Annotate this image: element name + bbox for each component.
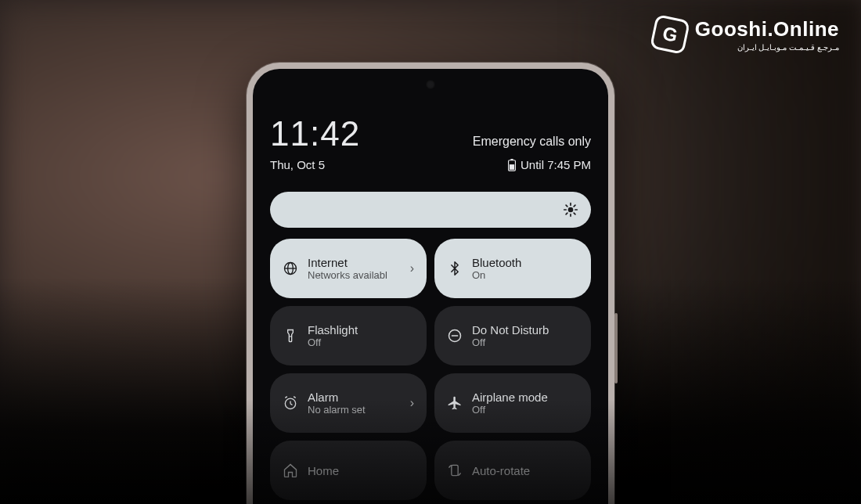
emergency-label: Emergency calls only <box>473 135 591 149</box>
tile-text: InternetNetworks availabl <box>308 256 401 281</box>
qs-tile-autorotate[interactable]: Auto-rotate <box>434 441 591 500</box>
brightness-icon <box>563 202 578 218</box>
qs-tile-dnd[interactable]: Do Not DisturbOff <box>434 306 591 365</box>
svg-line-11 <box>574 205 575 207</box>
watermark-icon-letter: G <box>661 22 679 46</box>
tile-text: BluetoothOn <box>472 256 578 281</box>
battery-estimate: Until 7:45 PM <box>507 158 591 171</box>
tile-text: Auto-rotate <box>472 464 578 477</box>
qs-tile-alarm[interactable]: AlarmNo alarm set› <box>270 373 427 433</box>
tile-subtitle: No alarm set <box>308 404 401 416</box>
tile-text: Airplane modeOff <box>472 391 578 416</box>
phone-frame: 11:42 Emergency calls only Thu, Oct 5 Un… <box>247 63 614 504</box>
chevron-right-icon: › <box>410 396 414 410</box>
watermark-text: Gooshi.Online مـرجـع قـیـمـت مـوبـایـل ا… <box>695 17 839 52</box>
tile-text: Home <box>308 464 414 477</box>
svg-rect-2 <box>510 164 514 170</box>
tile-title: Auto-rotate <box>472 464 578 477</box>
tile-text: Do Not DisturbOff <box>472 323 578 348</box>
bluetooth-icon <box>447 261 463 276</box>
svg-rect-23 <box>452 465 458 475</box>
svg-line-22 <box>294 397 296 398</box>
svg-rect-1 <box>510 159 513 160</box>
chevron-right-icon: › <box>410 261 414 275</box>
home-icon <box>283 463 298 478</box>
phone-screen: 11:42 Emergency calls only Thu, Oct 5 Un… <box>253 69 608 504</box>
tile-subtitle: On <box>472 269 578 281</box>
qs-tile-internet[interactable]: InternetNetworks availabl› <box>270 239 427 298</box>
watermark-subtitle: مـرجـع قـیـمـت مـوبـایـل ایـران <box>737 43 839 52</box>
alarm-icon <box>283 395 298 411</box>
airplane-icon <box>447 395 463 411</box>
svg-line-21 <box>285 397 287 398</box>
svg-line-10 <box>566 213 567 214</box>
qs-tile-home[interactable]: Home <box>270 441 427 500</box>
clock-time: 11:42 <box>270 114 360 153</box>
date-label: Thu, Oct 5 <box>270 158 325 171</box>
tile-title: Internet <box>308 256 401 269</box>
tile-text: FlashlightOff <box>308 323 414 348</box>
svg-point-3 <box>568 207 574 213</box>
tile-title: Alarm <box>308 391 401 404</box>
watermark-title: Gooshi.Online <box>695 17 839 41</box>
qs-tile-bluetooth[interactable]: BluetoothOn <box>434 239 591 298</box>
dnd-icon <box>447 328 463 344</box>
tile-title: Flashlight <box>308 323 414 337</box>
status-row-2: Thu, Oct 5 Until 7:45 PM <box>270 158 591 171</box>
svg-line-20 <box>290 404 293 405</box>
tile-title: Home <box>308 464 414 477</box>
globe-icon <box>283 261 298 276</box>
watermark-logo: G Gooshi.Online مـرجـع قـیـمـت مـوبـایـل… <box>653 17 839 52</box>
tile-subtitle: Networks availabl <box>308 269 401 281</box>
quick-settings-grid: InternetNetworks availabl›BluetoothOnFla… <box>270 239 591 500</box>
tile-title: Airplane mode <box>472 391 578 404</box>
qs-tile-flashlight[interactable]: FlashlightOff <box>270 306 427 365</box>
tile-text: AlarmNo alarm set <box>308 391 401 416</box>
qs-tile-airplane[interactable]: Airplane modeOff <box>434 373 591 433</box>
svg-line-8 <box>566 205 567 207</box>
punch-hole-camera <box>426 80 435 89</box>
battery-until-text: Until 7:45 PM <box>521 158 591 171</box>
flashlight-icon <box>283 328 298 344</box>
tile-subtitle: Off <box>308 337 414 348</box>
tile-title: Do Not Disturb <box>472 323 578 337</box>
tile-subtitle: Off <box>472 337 578 348</box>
brightness-slider[interactable] <box>270 192 591 228</box>
status-row-1: 11:42 Emergency calls only <box>270 114 591 153</box>
watermark-icon: G <box>650 14 690 55</box>
svg-line-9 <box>574 213 575 214</box>
rotate-icon <box>447 463 463 478</box>
battery-icon <box>507 159 517 171</box>
tile-title: Bluetooth <box>472 256 578 269</box>
tile-subtitle: Off <box>472 404 578 416</box>
